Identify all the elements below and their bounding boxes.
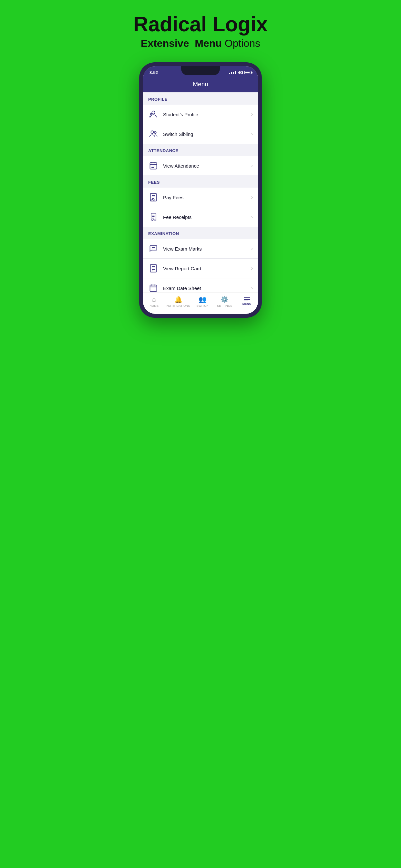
chat-doc-icon: [148, 244, 158, 254]
battery-icon: [244, 71, 251, 74]
nav-item-home[interactable]: ⌂ HOME: [144, 296, 164, 307]
hamburger-icon: [244, 298, 250, 301]
chevron-icon: ›: [251, 194, 253, 200]
bottom-nav: ⌂ HOME 🔔 NOTIFICATIONS 👥 SWITCH ⚙️ SETTI…: [143, 292, 258, 314]
svg-point-2: [151, 131, 153, 133]
menu-item-exam-date-sheet[interactable]: Exam Date Sheet ›: [143, 278, 258, 292]
chevron-icon: ›: [251, 131, 253, 137]
subtitle-bold: Extensive Menu: [141, 37, 222, 49]
chevron-icon: ›: [251, 285, 253, 291]
chevron-icon: ›: [251, 214, 253, 220]
chevron-icon: ›: [251, 163, 253, 168]
phone-frame: 8:52 4G Menu PROFILE: [139, 62, 262, 318]
bell-icon: 🔔: [174, 296, 182, 303]
section-fees-header: FEES: [143, 175, 258, 188]
nav-label-switch: SWITCH: [197, 304, 209, 307]
nav-item-settings[interactable]: ⚙️ SETTINGS: [215, 296, 235, 307]
notch: [181, 66, 220, 75]
network-type: 4G: [238, 70, 243, 75]
svg-point-1: [150, 114, 152, 115]
report-icon: [148, 263, 158, 274]
profile-menu-group: Student's Profile › Switch Sibling ›: [143, 104, 258, 144]
menu-item-view-exam-marks[interactable]: View Exam Marks ›: [143, 239, 258, 259]
svg-rect-24: [150, 285, 157, 291]
app-bar: Menu: [143, 77, 258, 92]
attendance-menu-group: View Attendance ›: [143, 156, 258, 175]
nav-item-switch[interactable]: 👥 SWITCH: [193, 296, 212, 307]
people-icon: [148, 129, 158, 139]
menu-item-students-profile[interactable]: Student's Profile ›: [143, 104, 258, 124]
fee-receipts-label: Fee Receipts: [163, 214, 251, 220]
nav-label-menu: MENU: [243, 302, 251, 306]
content-area: PROFILE Student's Profile › Switch Sibli…: [143, 92, 258, 292]
gear-icon: ⚙️: [220, 296, 228, 303]
chevron-icon: ›: [251, 246, 253, 252]
students-profile-label: Student's Profile: [163, 112, 251, 117]
nav-item-menu[interactable]: MENU: [237, 298, 257, 306]
section-attendance-header: ATTENDANCE: [143, 144, 258, 156]
status-icons: 4G: [229, 70, 251, 75]
page-title: Radical Logix: [133, 13, 268, 35]
page-subtitle: Extensive Menu Options: [141, 37, 260, 50]
svg-point-0: [152, 111, 155, 114]
nav-label-settings: SETTINGS: [217, 304, 232, 307]
section-examination-header: EXAMINATION: [143, 227, 258, 239]
home-icon: ⌂: [152, 296, 156, 303]
menu-item-pay-fees[interactable]: Pay Fees ›: [143, 188, 258, 207]
person-icon: [148, 109, 158, 120]
receipt-icon: [148, 192, 158, 203]
calendar-icon: [148, 283, 158, 292]
menu-item-fee-receipts[interactable]: Fee Receipts ›: [143, 207, 258, 227]
examination-menu-group: View Exam Marks › View Report Card › Exa…: [143, 239, 258, 292]
svg-point-3: [154, 132, 156, 134]
menu-item-view-report-card[interactable]: View Report Card ›: [143, 259, 258, 278]
view-report-card-label: View Report Card: [163, 266, 251, 271]
switch-sibling-label: Switch Sibling: [163, 131, 251, 137]
menu-item-switch-sibling[interactable]: Switch Sibling ›: [143, 124, 258, 144]
nav-label-home: HOME: [150, 304, 158, 307]
nav-item-notifications[interactable]: 🔔 NOTIFICATIONS: [166, 296, 190, 307]
phone-inner: 8:52 4G Menu PROFILE: [143, 66, 258, 314]
switch-icon: 👥: [198, 296, 207, 303]
calendar-list-icon: [148, 160, 158, 171]
fees-menu-group: Pay Fees › Fee Receipts ›: [143, 188, 258, 227]
section-profile-header: PROFILE: [143, 92, 258, 104]
nav-label-notifications: NOTIFICATIONS: [166, 304, 190, 307]
exam-date-sheet-label: Exam Date Sheet: [163, 285, 251, 291]
chevron-icon: ›: [251, 112, 253, 117]
chevron-icon: ›: [251, 266, 253, 271]
receipt2-icon: [148, 212, 158, 222]
pay-fees-label: Pay Fees: [163, 195, 251, 200]
view-exam-marks-label: View Exam Marks: [163, 246, 251, 252]
menu-item-view-attendance[interactable]: View Attendance ›: [143, 156, 258, 175]
app-bar-title: Menu: [193, 81, 208, 88]
status-bar: 8:52 4G: [143, 66, 258, 77]
subtitle-normal: Options: [222, 37, 260, 49]
signal-bars: [229, 71, 236, 74]
view-attendance-label: View Attendance: [163, 163, 251, 168]
status-time: 8:52: [150, 70, 158, 75]
